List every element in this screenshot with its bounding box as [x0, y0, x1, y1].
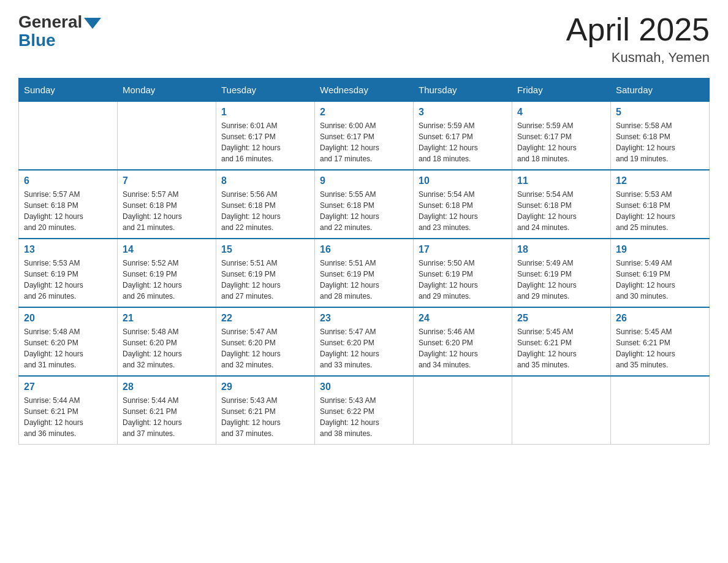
day-info: Sunrise: 5:56 AMSunset: 6:18 PMDaylight:…: [221, 189, 309, 233]
day-info: Sunrise: 5:48 AMSunset: 6:20 PMDaylight:…: [24, 326, 112, 370]
calendar-cell: 18Sunrise: 5:49 AMSunset: 6:19 PMDayligh…: [512, 239, 611, 307]
day-info: Sunrise: 5:44 AMSunset: 6:21 PMDaylight:…: [123, 395, 211, 439]
calendar-week-row: 20Sunrise: 5:48 AMSunset: 6:20 PMDayligh…: [19, 307, 710, 376]
calendar-week-row: 1Sunrise: 6:01 AMSunset: 6:17 PMDaylight…: [19, 102, 710, 170]
calendar-cell: 30Sunrise: 5:43 AMSunset: 6:22 PMDayligh…: [315, 376, 414, 445]
weekday-header-sunday: Sunday: [19, 79, 118, 102]
day-number: 27: [24, 381, 112, 393]
day-info: Sunrise: 5:54 AMSunset: 6:18 PMDaylight:…: [419, 189, 507, 233]
calendar-week-row: 13Sunrise: 5:53 AMSunset: 6:19 PMDayligh…: [19, 239, 710, 307]
day-number: 23: [320, 313, 408, 324]
day-info: Sunrise: 5:51 AMSunset: 6:19 PMDaylight:…: [320, 258, 408, 302]
day-info: Sunrise: 5:43 AMSunset: 6:21 PMDaylight:…: [221, 395, 309, 439]
day-info: Sunrise: 5:47 AMSunset: 6:20 PMDaylight:…: [221, 326, 309, 370]
calendar-cell: 6Sunrise: 5:57 AMSunset: 6:18 PMDaylight…: [19, 170, 118, 239]
calendar-cell: 12Sunrise: 5:53 AMSunset: 6:18 PMDayligh…: [611, 170, 710, 239]
calendar-cell: [611, 376, 710, 445]
subtitle: Kusmah, Yemen: [566, 50, 710, 66]
title-block: April 2025 Kusmah, Yemen: [566, 12, 710, 66]
day-info: Sunrise: 5:44 AMSunset: 6:21 PMDaylight:…: [24, 395, 112, 439]
logo-text: General: [18, 12, 101, 32]
calendar-cell: [414, 376, 512, 445]
day-info: Sunrise: 6:00 AMSunset: 6:17 PMDaylight:…: [320, 120, 408, 164]
calendar-cell: 13Sunrise: 5:53 AMSunset: 6:19 PMDayligh…: [19, 239, 118, 307]
day-number: 25: [517, 313, 605, 324]
day-info: Sunrise: 6:01 AMSunset: 6:17 PMDaylight:…: [221, 120, 309, 164]
day-number: 19: [616, 244, 704, 255]
calendar-cell: 24Sunrise: 5:46 AMSunset: 6:20 PMDayligh…: [414, 307, 512, 376]
calendar-cell: 4Sunrise: 5:59 AMSunset: 6:17 PMDaylight…: [512, 102, 611, 170]
day-number: 1: [221, 107, 309, 118]
day-info: Sunrise: 5:53 AMSunset: 6:19 PMDaylight:…: [24, 258, 112, 302]
day-number: 22: [221, 313, 309, 324]
day-info: Sunrise: 5:45 AMSunset: 6:21 PMDaylight:…: [616, 326, 704, 370]
main-title: April 2025: [566, 12, 710, 47]
day-number: 3: [419, 107, 507, 118]
day-number: 16: [320, 244, 408, 255]
day-info: Sunrise: 5:50 AMSunset: 6:19 PMDaylight:…: [419, 258, 507, 302]
day-info: Sunrise: 5:59 AMSunset: 6:17 PMDaylight:…: [419, 120, 507, 164]
day-info: Sunrise: 5:49 AMSunset: 6:19 PMDaylight:…: [616, 258, 704, 302]
day-number: 17: [419, 244, 507, 255]
day-info: Sunrise: 5:45 AMSunset: 6:21 PMDaylight:…: [517, 326, 605, 370]
calendar-cell: [19, 102, 118, 170]
day-info: Sunrise: 5:49 AMSunset: 6:19 PMDaylight:…: [517, 258, 605, 302]
calendar-cell: 21Sunrise: 5:48 AMSunset: 6:20 PMDayligh…: [118, 307, 216, 376]
page-header: General Blue April 2025 Kusmah, Yemen: [18, 12, 710, 66]
day-number: 28: [123, 381, 211, 393]
calendar-cell: 29Sunrise: 5:43 AMSunset: 6:21 PMDayligh…: [216, 376, 315, 445]
logo-blue: Blue: [18, 31, 56, 50]
calendar-cell: 5Sunrise: 5:58 AMSunset: 6:18 PMDaylight…: [611, 102, 710, 170]
weekday-header-wednesday: Wednesday: [315, 79, 414, 102]
calendar-cell: 11Sunrise: 5:54 AMSunset: 6:18 PMDayligh…: [512, 170, 611, 239]
logo-arrow-icon: [84, 18, 101, 29]
day-number: 9: [320, 175, 408, 186]
weekday-header-friday: Friday: [512, 79, 611, 102]
calendar-cell: [512, 376, 611, 445]
weekday-header-saturday: Saturday: [611, 79, 710, 102]
day-number: 15: [221, 244, 309, 255]
day-number: 7: [123, 175, 211, 186]
day-info: Sunrise: 5:55 AMSunset: 6:18 PMDaylight:…: [320, 189, 408, 233]
calendar-cell: 2Sunrise: 6:00 AMSunset: 6:17 PMDaylight…: [315, 102, 414, 170]
day-number: 4: [517, 107, 605, 118]
day-number: 14: [123, 244, 211, 255]
calendar-table: SundayMondayTuesdayWednesdayThursdayFrid…: [18, 78, 710, 445]
calendar-cell: 8Sunrise: 5:56 AMSunset: 6:18 PMDaylight…: [216, 170, 315, 239]
calendar-header-row: SundayMondayTuesdayWednesdayThursdayFrid…: [19, 79, 710, 102]
day-number: 21: [123, 313, 211, 324]
calendar-cell: 27Sunrise: 5:44 AMSunset: 6:21 PMDayligh…: [19, 376, 118, 445]
calendar-cell: 19Sunrise: 5:49 AMSunset: 6:19 PMDayligh…: [611, 239, 710, 307]
calendar-cell: 3Sunrise: 5:59 AMSunset: 6:17 PMDaylight…: [414, 102, 512, 170]
calendar-cell: [118, 102, 216, 170]
day-number: 6: [24, 175, 112, 186]
calendar-cell: 1Sunrise: 6:01 AMSunset: 6:17 PMDaylight…: [216, 102, 315, 170]
day-info: Sunrise: 5:48 AMSunset: 6:20 PMDaylight:…: [123, 326, 211, 370]
calendar-cell: 7Sunrise: 5:57 AMSunset: 6:18 PMDaylight…: [118, 170, 216, 239]
day-info: Sunrise: 5:52 AMSunset: 6:19 PMDaylight:…: [123, 258, 211, 302]
day-number: 20: [24, 313, 112, 324]
day-info: Sunrise: 5:53 AMSunset: 6:18 PMDaylight:…: [616, 189, 704, 233]
calendar-week-row: 27Sunrise: 5:44 AMSunset: 6:21 PMDayligh…: [19, 376, 710, 445]
calendar-cell: 16Sunrise: 5:51 AMSunset: 6:19 PMDayligh…: [315, 239, 414, 307]
day-number: 30: [320, 381, 408, 393]
calendar-cell: 17Sunrise: 5:50 AMSunset: 6:19 PMDayligh…: [414, 239, 512, 307]
weekday-header-tuesday: Tuesday: [216, 79, 315, 102]
calendar-cell: 25Sunrise: 5:45 AMSunset: 6:21 PMDayligh…: [512, 307, 611, 376]
day-number: 10: [419, 175, 507, 186]
day-number: 29: [221, 381, 309, 393]
day-number: 26: [616, 313, 704, 324]
calendar-cell: 15Sunrise: 5:51 AMSunset: 6:19 PMDayligh…: [216, 239, 315, 307]
day-number: 12: [616, 175, 704, 186]
day-number: 18: [517, 244, 605, 255]
calendar-cell: 14Sunrise: 5:52 AMSunset: 6:19 PMDayligh…: [118, 239, 216, 307]
calendar-cell: 20Sunrise: 5:48 AMSunset: 6:20 PMDayligh…: [19, 307, 118, 376]
day-info: Sunrise: 5:54 AMSunset: 6:18 PMDaylight:…: [517, 189, 605, 233]
calendar-cell: 26Sunrise: 5:45 AMSunset: 6:21 PMDayligh…: [611, 307, 710, 376]
day-info: Sunrise: 5:57 AMSunset: 6:18 PMDaylight:…: [24, 189, 112, 233]
day-number: 24: [419, 313, 507, 324]
day-info: Sunrise: 5:58 AMSunset: 6:18 PMDaylight:…: [616, 120, 704, 164]
day-number: 13: [24, 244, 112, 255]
calendar-cell: 22Sunrise: 5:47 AMSunset: 6:20 PMDayligh…: [216, 307, 315, 376]
day-info: Sunrise: 5:59 AMSunset: 6:17 PMDaylight:…: [517, 120, 605, 164]
